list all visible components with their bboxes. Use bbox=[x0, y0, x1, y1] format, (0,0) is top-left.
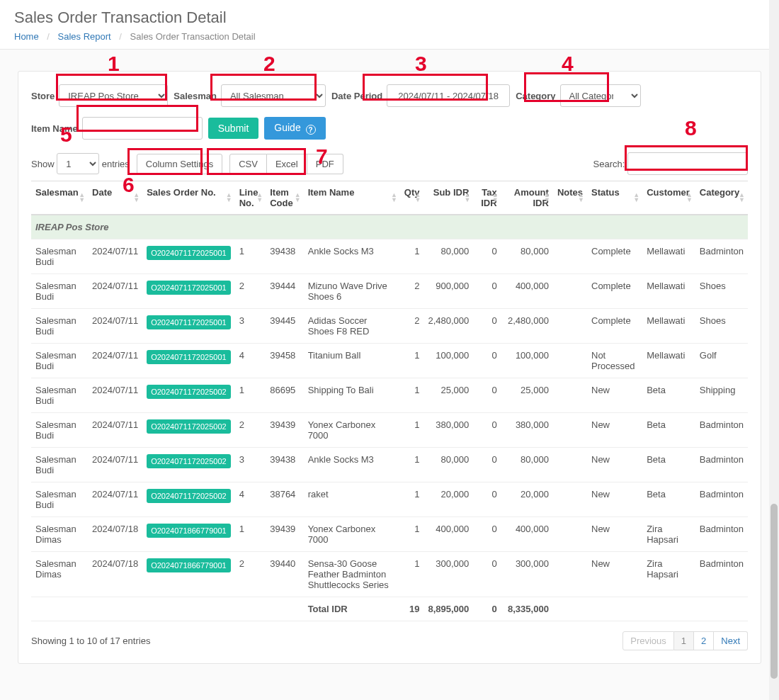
col-line[interactable]: Line No.▲▼ bbox=[235, 181, 266, 215]
col-customer[interactable]: Customer▲▼ bbox=[642, 181, 695, 215]
cell-customer: Mellawati bbox=[642, 274, 695, 309]
cell-tax: 0 bbox=[473, 344, 501, 378]
cell-sub: 80,000 bbox=[423, 239, 473, 274]
cell-salesman: Salesman Budi bbox=[31, 413, 88, 448]
cell-customer: Beta bbox=[642, 448, 695, 482]
sales-order-badge[interactable]: O2024071172025002 bbox=[147, 419, 230, 434]
col-date[interactable]: Date▲▼ bbox=[88, 181, 142, 215]
cell-category: Badminton bbox=[695, 517, 748, 552]
col-amount[interactable]: Amount IDR▲▼ bbox=[501, 181, 553, 215]
cell-amount: 100,000 bbox=[501, 344, 553, 378]
cell-category: Shoes bbox=[695, 274, 748, 309]
cell-date: 2024/07/11 bbox=[88, 482, 142, 517]
cell-salesman: Salesman Budi bbox=[31, 448, 88, 482]
cell-sub: 100,000 bbox=[423, 344, 473, 378]
cell-line: 1 bbox=[235, 378, 266, 413]
cell-status: New bbox=[587, 482, 642, 517]
annotation-4: 4 bbox=[562, 52, 574, 76]
cell-salesman: Salesman Dimas bbox=[31, 517, 88, 552]
column-settings-button[interactable]: Column Settings bbox=[137, 154, 222, 174]
annotation-3: 3 bbox=[415, 52, 427, 76]
date-input[interactable] bbox=[387, 84, 510, 107]
sort-icon: ▲▼ bbox=[464, 193, 470, 203]
page-2[interactable]: 2 bbox=[694, 631, 714, 650]
col-tax[interactable]: Tax IDR▲▼ bbox=[473, 181, 501, 215]
sales-order-badge[interactable]: O2024071172025002 bbox=[147, 385, 230, 399]
breadcrumb-report[interactable]: Sales Report bbox=[58, 31, 111, 42]
data-table: Salesman▲▼ Date▲▼ Sales Order No.▲▼ Line… bbox=[31, 181, 748, 621]
cell-customer: Zira Hapsari bbox=[642, 517, 695, 552]
submit-button[interactable]: Submit bbox=[208, 118, 259, 139]
pdf-button[interactable]: PDF bbox=[307, 154, 343, 174]
col-status[interactable]: Status▲▼ bbox=[587, 181, 642, 215]
col-notes[interactable]: Notes▲▼ bbox=[553, 181, 587, 215]
table-row: Salesman Budi2024/07/11O2024071172025002… bbox=[31, 413, 748, 448]
salesman-label: Salesman bbox=[174, 91, 217, 101]
sales-order-badge[interactable]: O2024071866779001 bbox=[147, 524, 230, 538]
sales-order-badge[interactable]: O2024071172025002 bbox=[147, 454, 230, 468]
table-row: Salesman Budi2024/07/11O2024071172025001… bbox=[31, 344, 748, 378]
table-row: Salesman Dimas2024/07/18O202407186677900… bbox=[31, 552, 748, 597]
cell-status: New bbox=[587, 517, 642, 552]
sort-icon: ▲▼ bbox=[633, 193, 639, 203]
store-select[interactable]: IREAP Pos Store bbox=[59, 84, 168, 107]
sales-order-badge[interactable]: O2024071172025001 bbox=[147, 350, 230, 364]
col-sono[interactable]: Sales Order No.▲▼ bbox=[142, 181, 234, 215]
guide-button[interactable]: Guide ? bbox=[264, 117, 325, 140]
page-next[interactable]: Next bbox=[714, 631, 748, 650]
col-salesman[interactable]: Salesman▲▼ bbox=[31, 181, 88, 215]
col-category[interactable]: Category▲▼ bbox=[695, 181, 748, 215]
cell-qty: 2 bbox=[400, 274, 424, 309]
col-qty[interactable]: Qty▲▼ bbox=[400, 181, 424, 215]
scrollbar[interactable] bbox=[769, 0, 779, 682]
cell-notes bbox=[553, 309, 587, 344]
sales-order-badge[interactable]: O2024071172025001 bbox=[147, 246, 230, 260]
search-label: Search: bbox=[593, 159, 625, 169]
col-code[interactable]: Item Code▲▼ bbox=[266, 181, 303, 215]
cell-tax: 0 bbox=[473, 309, 501, 344]
store-label: Store bbox=[31, 91, 55, 101]
cell-sub: 400,000 bbox=[423, 517, 473, 552]
col-name[interactable]: Item Name▲▼ bbox=[304, 181, 400, 215]
table-row: Salesman Dimas2024/07/18O202407186677900… bbox=[31, 517, 748, 552]
cell-code: 39438 bbox=[266, 239, 303, 274]
sales-order-badge[interactable]: O2024071172025002 bbox=[147, 489, 230, 503]
total-row: Total IDR198,895,00008,335,000 bbox=[31, 597, 748, 621]
cell-customer: Mellawati bbox=[642, 344, 695, 378]
cell-notes bbox=[553, 239, 587, 274]
cell-date: 2024/07/11 bbox=[88, 274, 142, 309]
cell-status: Not Processed bbox=[587, 344, 642, 378]
search-input[interactable] bbox=[627, 152, 748, 175]
cell-notes bbox=[553, 552, 587, 597]
cell-code: 39440 bbox=[266, 552, 303, 597]
cell-sono: O2024071172025002 bbox=[142, 448, 234, 482]
excel-button[interactable]: Excel bbox=[267, 154, 307, 174]
sales-order-badge[interactable]: O2024071172025001 bbox=[147, 315, 230, 329]
cell-salesman: Salesman Budi bbox=[31, 344, 88, 378]
entries-select[interactable]: 10 bbox=[57, 153, 99, 174]
item-input[interactable] bbox=[82, 117, 203, 140]
page-prev[interactable]: Previous bbox=[622, 631, 674, 650]
sales-order-badge[interactable]: O2024071172025001 bbox=[147, 281, 230, 295]
cell-name: Adidas Soccer Shoes F8 RED bbox=[304, 309, 400, 344]
breadcrumb-home[interactable]: Home bbox=[14, 31, 39, 42]
salesman-select[interactable]: All Salesman bbox=[221, 84, 326, 107]
cell-qty: 1 bbox=[400, 344, 424, 378]
cell-sub: 380,000 bbox=[423, 413, 473, 448]
cell-notes bbox=[553, 448, 587, 482]
cell-code: 39438 bbox=[266, 448, 303, 482]
cell-code: 38764 bbox=[266, 482, 303, 517]
cell-category: Shipping bbox=[695, 378, 748, 413]
csv-button[interactable]: CSV bbox=[229, 154, 267, 174]
cell-salesman: Salesman Dimas bbox=[31, 552, 88, 597]
breadcrumb: Home / Sales Report / Sales Order Transa… bbox=[14, 31, 765, 42]
cell-sono: O2024071172025002 bbox=[142, 482, 234, 517]
category-select[interactable]: All Categories bbox=[560, 84, 641, 107]
cell-code: 86695 bbox=[266, 378, 303, 413]
cell-date: 2024/07/11 bbox=[88, 378, 142, 413]
col-sub[interactable]: Sub IDR▲▼ bbox=[423, 181, 473, 215]
scrollbar-thumb[interactable] bbox=[771, 504, 778, 679]
sales-order-badge[interactable]: O2024071866779001 bbox=[147, 558, 230, 572]
page-1[interactable]: 1 bbox=[674, 631, 694, 650]
cell-amount: 300,000 bbox=[501, 552, 553, 597]
